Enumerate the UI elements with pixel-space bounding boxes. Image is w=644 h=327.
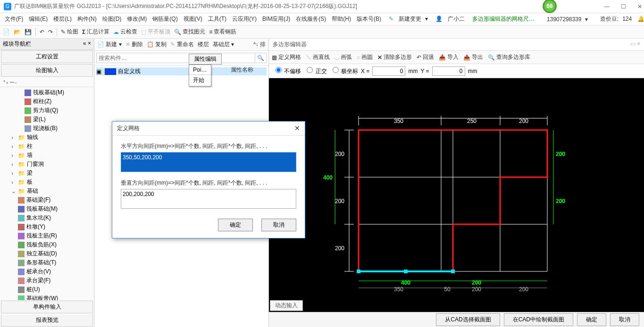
tree-leaf[interactable]: 桩(U) (2, 285, 92, 294)
menu-component[interactable]: 构件(N) (75, 14, 99, 24)
clear-polygon-button[interactable]: ✕ 清除多边形 (377, 53, 412, 61)
radio-no-offset[interactable]: 不偏移 (273, 67, 301, 75)
section-draw-input[interactable]: 绘图输入 (1, 64, 93, 77)
new-component-button[interactable]: 📄 新建 ▾ (97, 41, 122, 49)
undo-polygon-button[interactable]: ↶ 回退 (417, 53, 434, 61)
new-file-icon[interactable]: 📄 (3, 29, 10, 35)
copy-component-button[interactable]: 📋 复制 (147, 41, 167, 49)
menu-version[interactable]: 版本号(B) (355, 14, 383, 24)
menu-file[interactable]: 文件(F) (3, 14, 25, 24)
menu-item-point[interactable]: Poi… (189, 65, 211, 75)
tree-folder[interactable]: ›📁墙 (2, 151, 92, 160)
search-icon[interactable]: 🔍 (255, 53, 267, 63)
rename-component-button[interactable]: ✎ 重命名 (170, 41, 193, 49)
menu-floor[interactable]: 楼层(L) (51, 14, 74, 24)
menu-tool[interactable]: 工具(T) (206, 14, 228, 24)
tree-leaf[interactable]: 承台梁(F) (2, 276, 92, 285)
v-spacing-input[interactable]: 200,200,200 (121, 189, 296, 209)
polygon-cancel-button[interactable]: 取消 (610, 313, 639, 326)
menu-online[interactable]: 在线服务(S) (294, 14, 328, 24)
dialog-close-icon[interactable]: ✕ (294, 124, 300, 132)
tree-leaf[interactable]: 独立基础(D) (2, 249, 92, 258)
sort-button[interactable]: ᴬ↓ 排 (253, 41, 266, 49)
h-spacing-input[interactable]: 350,50,200,200 (121, 152, 296, 172)
align-slab-button[interactable]: ⬚ 平齐板顶 (141, 28, 170, 36)
credit-info[interactable]: 造价豆:124 🔔 (596, 14, 644, 24)
search-input[interactable] (96, 53, 255, 63)
dialog-cancel-button[interactable]: 取消 (261, 219, 296, 231)
tree-folder[interactable]: ›📁轴线 (2, 133, 92, 142)
draw-in-cad-button[interactable]: 在CAD中绘制截面图 (504, 313, 573, 326)
select-from-cad-button[interactable]: 从CAD选择截面图 (436, 313, 500, 326)
menu-bim[interactable]: BIM应用(J) (260, 14, 292, 24)
tree-leaf[interactable]: 筏板基础(M) (2, 204, 92, 213)
draw-circle-button[interactable]: ○ 画圆 (357, 53, 373, 61)
floor-select[interactable]: 基础层 ▾ (213, 41, 234, 49)
draw-line-button[interactable]: ＼ 画直线 (306, 53, 330, 61)
tree-leaf[interactable]: 剪力墙(Q) (2, 106, 92, 115)
section-project-settings[interactable]: 工程设置 (1, 50, 93, 63)
query-library-button[interactable]: 🔍 查询多边形库 (488, 53, 530, 61)
tree-leaf[interactable]: 梁(L) (2, 115, 92, 124)
tree-leaf[interactable]: 筏板基础(M) (2, 88, 92, 97)
tree-folder[interactable]: ›📁梁 (2, 169, 92, 178)
close-button[interactable]: ✕ (637, 3, 642, 10)
nav-collapse-icon[interactable]: « × (83, 40, 91, 48)
delete-component-button[interactable]: ✕ 删除 (125, 41, 143, 49)
tree-folder[interactable]: ›📁板 (2, 178, 92, 187)
draw-button[interactable]: ✎ 绘图 (61, 28, 78, 36)
minimize-button[interactable]: — (604, 3, 610, 10)
tree-leaf[interactable]: 基础梁(F) (2, 196, 92, 204)
menu-cloud[interactable]: 云应用(Y) (230, 14, 259, 24)
tree-leaf[interactable]: 筏板负筋(X) (2, 240, 92, 249)
property-edit-tab[interactable]: 属性编辑 (189, 54, 222, 65)
phone-number[interactable]: 13907298339 ▾ (543, 15, 590, 24)
tree-folder[interactable]: ⌄📁基础 (2, 187, 92, 196)
new-change-button[interactable]: ✎ 新建变更 ▾ (385, 14, 430, 24)
undo-icon[interactable]: ↶ (40, 29, 44, 35)
y-input[interactable] (432, 66, 465, 76)
polygon-ok-button[interactable]: 确定 (577, 313, 606, 326)
menu-draw[interactable]: 绘图(D) (100, 14, 124, 24)
x-input[interactable] (372, 66, 405, 76)
dialog-ok-button[interactable]: 确定 (218, 219, 253, 231)
cloud-check-button[interactable]: ☁ 云检查 (113, 28, 137, 36)
radio-polar[interactable]: 极坐标 (330, 67, 358, 75)
tree-leaf[interactable]: 条形基础(T) (2, 258, 92, 267)
menu-modify[interactable]: 修改(M) (125, 14, 149, 24)
tree-leaf[interactable]: 筏板主筋(R) (2, 231, 92, 240)
section-report-preview[interactable]: 报表预览 (1, 314, 93, 327)
menu-item-start[interactable]: 开始 (189, 75, 211, 86)
menu-view[interactable]: 视图(V) (182, 14, 204, 24)
tree-toolbar[interactable]: ⁺₊ ─₋ (0, 77, 94, 87)
menu-rebar[interactable]: 钢筋量(Q) (151, 14, 179, 24)
radio-ortho[interactable]: 正交 (304, 67, 326, 75)
export-button[interactable]: 📤 导出 (463, 53, 483, 61)
tree-folder[interactable]: ›📁柱 (2, 142, 92, 151)
user-label[interactable]: 👤 广小二 (432, 14, 468, 24)
tree-leaf[interactable]: 桩承台(V) (2, 267, 92, 276)
sum-button[interactable]: Σ 汇总计算 (82, 28, 109, 36)
maximize-button[interactable]: ☐ (621, 3, 626, 10)
score-badge[interactable]: 66 (543, 0, 557, 13)
drawing-canvas[interactable]: 350 250 200 200 200 200 400 (269, 78, 644, 312)
redo-icon[interactable]: ↷ (48, 29, 53, 35)
import-button[interactable]: 📥 导入 (439, 53, 459, 61)
section-single-component[interactable]: 单构件输入 (1, 301, 93, 313)
tree-leaf[interactable]: 框柱(Z) (2, 97, 92, 106)
tree-folder[interactable]: ›📁门窗洞 (2, 160, 92, 169)
polygon-editor-close-icon[interactable]: ▭ × (630, 41, 640, 49)
draw-arc-button[interactable]: ◡ 画弧 (335, 53, 352, 61)
define-grid-button[interactable]: ▦ 定义网格 (272, 53, 301, 61)
dynamic-input-tab[interactable]: 动态输入 (270, 300, 303, 311)
tree-leaf[interactable]: 柱墩(Y) (2, 222, 92, 231)
menu-help[interactable]: 帮助(H) (330, 14, 353, 24)
save-file-icon[interactable]: 💾 (25, 29, 32, 35)
open-file-icon[interactable]: 📂 (14, 29, 21, 35)
tree-leaf[interactable]: 现浇板(B) (2, 124, 92, 133)
view-rebar-button[interactable]: ≡ 查看钢筋 (209, 28, 236, 36)
tree-leaf[interactable]: 集水坑(K) (2, 213, 92, 222)
menu-edit[interactable]: 编辑(E) (27, 14, 50, 24)
tree-leaf[interactable]: 基础板带(W) (2, 294, 92, 300)
find-element-button[interactable]: 🔍 查找图元 (174, 28, 205, 36)
